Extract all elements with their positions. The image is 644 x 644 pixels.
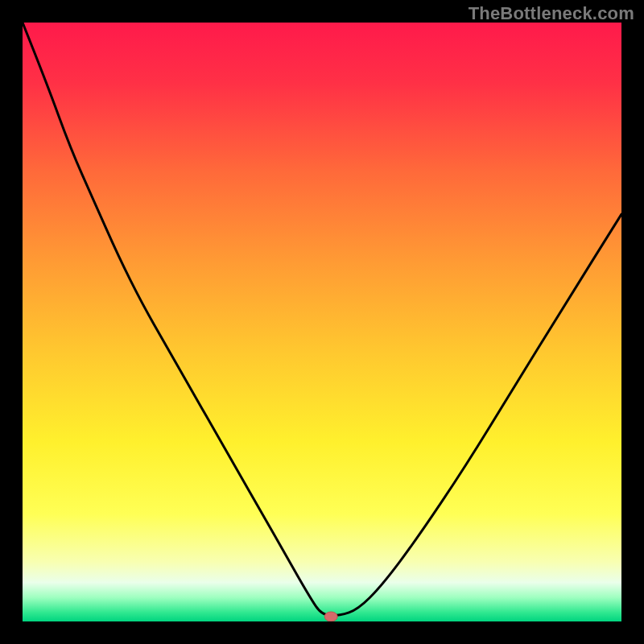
chart-frame: TheBottleneck.com — [0, 0, 644, 644]
optimum-marker — [324, 612, 337, 621]
gradient-background — [23, 23, 621, 621]
watermark-text: TheBottleneck.com — [469, 3, 634, 24]
chart-svg — [23, 23, 621, 621]
plot-area — [23, 23, 621, 621]
